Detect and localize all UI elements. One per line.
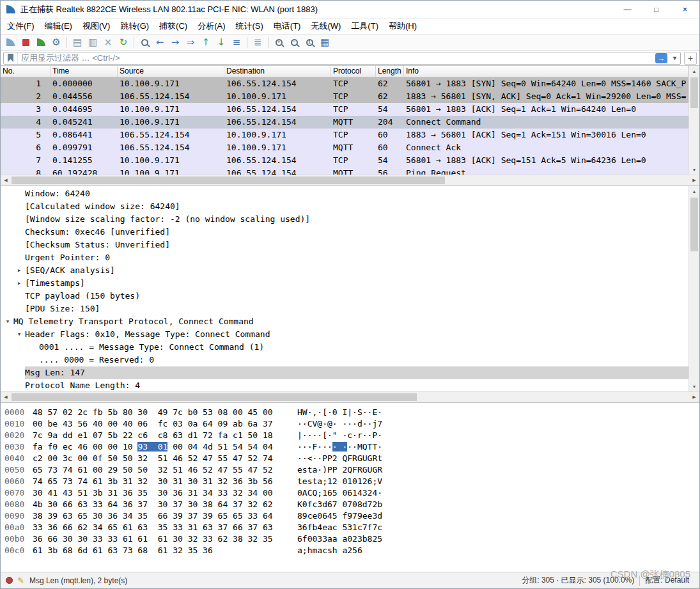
hex-row-00c0[interactable]: 00c061 3b 68 6d 61 63 73 68 61 32 35 36a…: [4, 545, 699, 556]
detail-line[interactable]: .... 0000 = Reserved: 0: [1, 354, 688, 366]
packet-row-6[interactable]: 60.099791106.55.124.15410.100.9.171MQTT6…: [1, 141, 688, 154]
column-header-source[interactable]: Source: [118, 66, 224, 77]
detail-line[interactable]: ▸[SEQ/ACK analysis]: [1, 264, 688, 277]
maximize-button[interactable]: □: [642, 1, 671, 19]
expanded-arrow-icon[interactable]: ▾: [3, 315, 12, 328]
packet-row-4[interactable]: 40.04524110.100.9.171106.55.124.154MQTT2…: [1, 116, 688, 129]
hex-row-00b0[interactable]: 00b036 66 30 30 33 33 61 61 61 30 32 33 …: [4, 533, 699, 545]
column-header-time[interactable]: Time: [51, 66, 118, 77]
detail-line[interactable]: Checksum: 0xec46 [unverified]: [1, 226, 688, 239]
hex-row-0070[interactable]: 007030 41 43 51 3b 31 36 35 30 36 31 34 …: [4, 487, 699, 499]
detail-line[interactable]: [PDU Size: 150]: [1, 302, 688, 315]
scroll-up-button[interactable]: ▲: [689, 66, 699, 76]
capture-comment-button[interactable]: ✎: [17, 576, 24, 585]
start-capture-button[interactable]: [3, 35, 18, 49]
scrollbar-thumb[interactable]: [12, 393, 417, 401]
hex-row-0000[interactable]: 000048 57 02 2c fb 5b 80 30 49 7c b0 53 …: [4, 407, 699, 418]
minimize-button[interactable]: —: [613, 1, 642, 19]
scroll-left-button[interactable]: ◀: [1, 175, 11, 185]
colorize-button[interactable]: ≣: [250, 35, 265, 49]
filter-bookmark-button[interactable]: [4, 52, 18, 64]
packet-list-vscrollbar[interactable]: ▲ ▼: [688, 66, 699, 175]
resize-columns-button[interactable]: ▦: [317, 35, 332, 49]
hex-row-0090[interactable]: 009038 39 63 65 30 36 34 35 66 39 37 39 …: [4, 510, 699, 522]
menu-tools[interactable]: 工具(T): [346, 19, 384, 34]
collapsed-arrow-icon[interactable]: ▸: [15, 277, 24, 290]
scroll-left-button[interactable]: ◀: [1, 392, 11, 402]
menu-statistics[interactable]: 统计(S): [230, 19, 268, 34]
menu-help[interactable]: 帮助(H): [384, 19, 422, 34]
zoom-original-button[interactable]: 1: [302, 35, 317, 49]
hex-row-0020[interactable]: 00207c 9a dd e1 07 5b 22 c6 c8 63 d1 72 …: [4, 430, 699, 441]
detail-line[interactable]: Window: 64240: [1, 187, 688, 200]
auto-scroll-button[interactable]: ≡: [229, 35, 244, 49]
detail-line[interactable]: Urgent Pointer: 0: [1, 251, 688, 264]
open-file-button[interactable]: ▤: [70, 35, 85, 49]
scrollbar-thumb[interactable]: [690, 77, 698, 108]
scroll-right-button[interactable]: ▶: [689, 175, 699, 185]
expanded-arrow-icon[interactable]: ▾: [15, 328, 24, 341]
packet-row-1[interactable]: 10.00000010.100.9.171106.55.124.154TCP62…: [1, 77, 688, 90]
stop-capture-button[interactable]: [18, 35, 33, 49]
add-filter-button[interactable]: +: [684, 52, 697, 65]
hex-row-0010[interactable]: 001000 be 43 56 40 00 40 06 fc 03 0a 64 …: [4, 418, 699, 430]
detail-line[interactable]: Protocol Name Length: 4: [1, 379, 688, 391]
menu-edit[interactable]: 编辑(E): [40, 19, 77, 34]
column-header-no[interactable]: No.: [1, 66, 51, 77]
detail-line[interactable]: [Checksum Status: Unverified]: [1, 239, 688, 251]
scroll-right-button[interactable]: ▶: [689, 392, 699, 402]
display-filter-input[interactable]: [18, 53, 655, 63]
detail-line[interactable]: ▸[Timestamps]: [1, 277, 688, 290]
menu-wireless[interactable]: 无线(W): [306, 19, 346, 34]
detail-line[interactable]: [Calculated window size: 64240]: [1, 200, 688, 213]
hex-row-00a0[interactable]: 00a033 36 66 62 34 65 61 63 35 33 31 63 …: [4, 522, 699, 533]
packet-list-hscrollbar[interactable]: ◀ ▶: [1, 175, 699, 185]
packet-row-2[interactable]: 20.044556106.55.124.15410.100.9.171TCP62…: [1, 90, 688, 103]
column-header-info[interactable]: Info: [404, 66, 688, 77]
apply-filter-button[interactable]: →: [655, 53, 667, 63]
filter-dropdown-caret-icon[interactable]: ▼: [669, 55, 680, 61]
column-header-destination[interactable]: Destination: [224, 66, 331, 77]
zoom-in-button[interactable]: +: [271, 35, 286, 49]
profile-text[interactable]: 配置: Default: [640, 575, 694, 586]
packet-row-5[interactable]: 50.086441106.55.124.15410.100.9.171TCP60…: [1, 129, 688, 141]
save-file-button[interactable]: ▥: [85, 35, 100, 49]
packet-row-8[interactable]: 860.19242810.100.9.171106.55.124.154MQTT…: [1, 167, 688, 175]
find-packet-button[interactable]: [137, 35, 152, 49]
scrollbar-thumb[interactable]: [690, 198, 698, 251]
menu-capture[interactable]: 捕获(C): [154, 19, 192, 34]
menu-go[interactable]: 跳转(G): [115, 19, 154, 34]
collapsed-arrow-icon[interactable]: ▸: [15, 264, 24, 277]
go-forward-button[interactable]: →: [167, 35, 183, 49]
menu-telephony[interactable]: 电话(T): [268, 19, 306, 34]
detail-line[interactable]: [Window size scaling factor: -2 (no wind…: [1, 213, 688, 226]
capture-options-button[interactable]: ⚙: [49, 35, 64, 49]
detail-line[interactable]: TCP payload (150 bytes): [1, 290, 688, 302]
reload-button[interactable]: ↻: [116, 35, 131, 49]
menu-view[interactable]: 视图(V): [77, 19, 115, 34]
close-button[interactable]: ×: [671, 1, 699, 19]
expert-info-button[interactable]: [6, 577, 13, 584]
column-header-protocol[interactable]: Protocol: [331, 66, 376, 77]
go-back-button[interactable]: ←: [152, 35, 167, 49]
hex-row-0060[interactable]: 006074 65 73 74 61 3b 31 32 30 31 30 31 …: [4, 476, 699, 487]
go-first-packet-button[interactable]: ↑: [198, 35, 214, 49]
scroll-down-button[interactable]: ▼: [689, 381, 699, 391]
detail-line[interactable]: ▾Header Flags: 0x10, Message Type: Conne…: [1, 328, 688, 341]
go-to-packet-button[interactable]: ⇒: [183, 35, 198, 49]
details-hscrollbar[interactable]: ◀ ▶: [1, 391, 699, 402]
go-last-packet-button[interactable]: ↓: [214, 35, 229, 49]
packet-row-7[interactable]: 70.14125510.100.9.171106.55.124.154TCP54…: [1, 154, 688, 167]
scroll-up-button[interactable]: ▲: [689, 186, 699, 196]
hex-row-0080[interactable]: 00804b 30 66 63 33 64 36 37 30 37 30 38 …: [4, 499, 699, 510]
menu-file[interactable]: 文件(F): [2, 19, 40, 34]
details-vscrollbar[interactable]: ▲ ▼: [688, 186, 699, 391]
column-header-length[interactable]: Length: [376, 66, 404, 77]
packet-row-3[interactable]: 30.04469510.100.9.171106.55.124.154TCP54…: [1, 103, 688, 116]
hex-row-0050[interactable]: 005065 73 74 61 00 29 50 50 32 51 46 52 …: [4, 464, 699, 476]
scrollbar-thumb[interactable]: [12, 177, 445, 184]
detail-line[interactable]: ▾MQ Telemetry Transport Protocol, Connec…: [1, 315, 688, 328]
close-file-button[interactable]: ×: [100, 35, 116, 49]
restart-capture-button[interactable]: [33, 35, 49, 49]
scroll-down-button[interactable]: ▼: [689, 164, 699, 175]
